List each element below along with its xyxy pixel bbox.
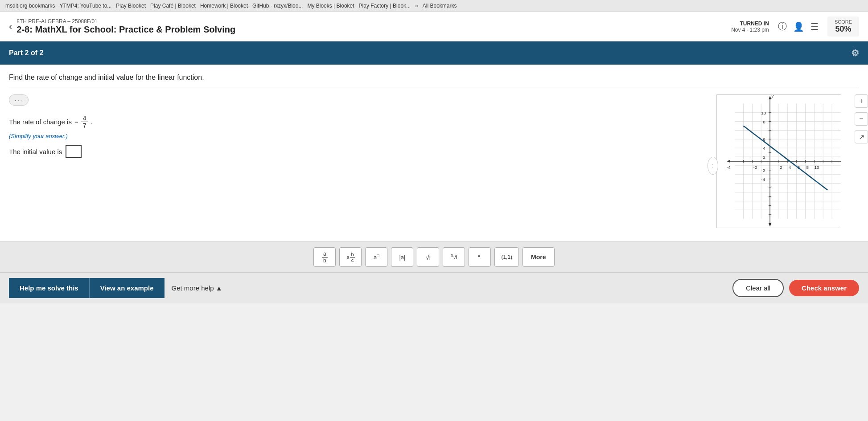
graph-container: ⋮ <box>716 94 850 237</box>
info-icon[interactable]: ⓘ <box>778 20 787 33</box>
header-icons: ⓘ 👤 ☰ <box>778 20 819 33</box>
fraction-numerator: 4 <box>81 114 88 122</box>
graph-zoom-controls: + − ↗ <box>855 94 868 143</box>
bookmark-msdit[interactable]: msdit.org bookmarks <box>5 3 55 9</box>
svg-text:10: 10 <box>814 165 819 170</box>
bookmark-homework[interactable]: Homework | Blooket <box>200 3 248 9</box>
svg-line-45 <box>744 126 828 190</box>
bookmark-github[interactable]: GitHub - rxzyx/Bloo... <box>252 3 303 9</box>
header-title-block: 8TH PRE-ALGEBRA – 25088F/01 2-8: MathXL … <box>16 18 235 35</box>
zoom-in-button[interactable]: + <box>855 94 868 108</box>
simplify-note: (Simplify your answer.) <box>9 133 708 139</box>
part-banner: Part 2 of 2 ⚙ <box>0 41 868 65</box>
header-subtitle: 8TH PRE-ALGEBRA – 25088F/01 <box>16 18 235 25</box>
rate-change-suffix: . <box>91 118 92 126</box>
turned-in-date: Nov 4 · 1:23 pm <box>731 27 769 33</box>
part-label: Part 2 of 2 <box>9 49 43 57</box>
person-icon[interactable]: 👤 <box>793 21 804 32</box>
turned-in-block: TURNED IN Nov 4 · 1:23 pm <box>731 20 769 33</box>
svg-text:2: 2 <box>763 155 765 159</box>
question-left: · · · The rate of change is − 4 7 . (Sim… <box>9 94 716 237</box>
fraction-display: 4 7 <box>81 114 88 129</box>
svg-marker-28 <box>769 223 771 227</box>
svg-text:8: 8 <box>806 165 809 170</box>
header-right: TURNED IN Nov 4 · 1:23 pm ⓘ 👤 ☰ SCORE 50… <box>731 16 859 37</box>
score-value: 50% <box>835 25 852 34</box>
fraction-button[interactable]: a b <box>313 247 336 267</box>
bookmark-play-cafe[interactable]: Play Café | Blooket <box>150 3 196 9</box>
bookmark-all[interactable]: All Bookmarks <box>423 3 457 9</box>
bookmark-icon[interactable]: ☰ <box>810 21 819 32</box>
back-button[interactable]: ‹ <box>9 21 12 33</box>
cbrt-button[interactable]: 3√i <box>443 247 465 267</box>
question-area: · · · The rate of change is − 4 7 . (Sim… <box>9 94 859 237</box>
fullscreen-button[interactable]: ↗ <box>855 130 868 143</box>
more-button[interactable]: More <box>522 247 554 267</box>
question-right: ⋮ <box>716 94 859 237</box>
score-block: SCORE 50% <box>827 16 859 37</box>
rate-change-row: The rate of change is − 4 7 . <box>9 114 708 129</box>
svg-marker-25 <box>841 160 841 163</box>
sqrt-button[interactable]: √i <box>417 247 439 267</box>
question-text: Find the rate of change and initial valu… <box>9 74 859 82</box>
svg-text:4: 4 <box>763 146 765 151</box>
svg-text:8: 8 <box>763 119 765 124</box>
svg-text:y: y <box>771 94 774 98</box>
score-label: SCORE <box>835 19 852 25</box>
decimal-button[interactable]: “. <box>469 247 491 267</box>
header-title: 2-8: MathXL for School: Practice & Probl… <box>16 25 235 35</box>
svg-text:-2: -2 <box>761 168 765 173</box>
initial-value-input[interactable] <box>66 145 82 158</box>
turned-in-label: TURNED IN <box>731 20 769 27</box>
svg-text:-4: -4 <box>761 177 765 182</box>
page-header: ‹ 8TH PRE-ALGEBRA – 25088F/01 2-8: MathX… <box>0 12 868 41</box>
fraction-denominator: 7 <box>81 122 88 129</box>
mixed-number-button[interactable]: a b c <box>339 247 362 267</box>
superscript-button[interactable]: a□ <box>365 247 387 267</box>
svg-marker-26 <box>727 160 730 163</box>
bottom-bar: Help me solve this View an example Get m… <box>0 272 868 303</box>
clear-all-button[interactable]: Clear all <box>732 279 784 297</box>
three-dot-button[interactable]: · · · <box>9 94 29 106</box>
svg-text:2: 2 <box>780 165 782 170</box>
initial-value-prefix: The initial value is <box>9 148 62 155</box>
rate-change-prefix: The rate of change is <box>9 118 72 126</box>
ordered-pair-button[interactable]: (1,1) <box>494 247 519 267</box>
svg-text:10: 10 <box>761 110 766 115</box>
bottom-left: Help me solve this View an example Get m… <box>9 278 230 298</box>
bookmark-my-blooks[interactable]: My Blooks | Blooket <box>307 3 354 9</box>
zoom-out-button[interactable]: − <box>855 112 868 126</box>
rate-change-sign: − <box>74 118 78 126</box>
svg-text:-4: -4 <box>727 165 731 170</box>
help-me-solve-button[interactable]: Help me solve this <box>9 278 89 298</box>
main-content: Find the rate of change and initial valu… <box>0 65 868 241</box>
question-divider <box>9 87 859 87</box>
coordinate-graph: -4 -2 2 4 6 8 10 10 8 6 4 2 -2 -4 x <box>716 94 841 228</box>
bookmark-ytmp4[interactable]: YTMP4: YouTube to... <box>59 3 111 9</box>
header-left: ‹ 8TH PRE-ALGEBRA – 25088F/01 2-8: MathX… <box>9 18 235 35</box>
bottom-right: Clear all Check answer <box>732 279 859 297</box>
answer-section: The rate of change is − 4 7 . (Simplify … <box>9 114 708 158</box>
svg-text:-2: -2 <box>753 165 757 170</box>
bookmark-play-blooket[interactable]: Play Blooket <box>116 3 146 9</box>
graph-side-handle[interactable]: ⋮ <box>708 157 718 175</box>
bookmark-more[interactable]: » <box>415 3 418 9</box>
absolute-value-button[interactable]: |a| <box>391 247 413 267</box>
math-toolbar: a b a b c a□ |a| √i 3√i “. (1,1) More <box>0 241 868 272</box>
initial-value-row: The initial value is <box>9 145 708 158</box>
view-example-button[interactable]: View an example <box>89 278 165 298</box>
browser-bookmarks-bar: msdit.org bookmarks YTMP4: YouTube to...… <box>0 0 868 12</box>
check-answer-button[interactable]: Check answer <box>789 280 859 296</box>
bookmark-play-factory[interactable]: Play Factory | Blook... <box>359 3 411 9</box>
svg-text:4: 4 <box>789 165 791 170</box>
get-more-help-button[interactable]: Get more help ▲ <box>165 278 230 298</box>
settings-icon[interactable]: ⚙ <box>851 48 859 58</box>
